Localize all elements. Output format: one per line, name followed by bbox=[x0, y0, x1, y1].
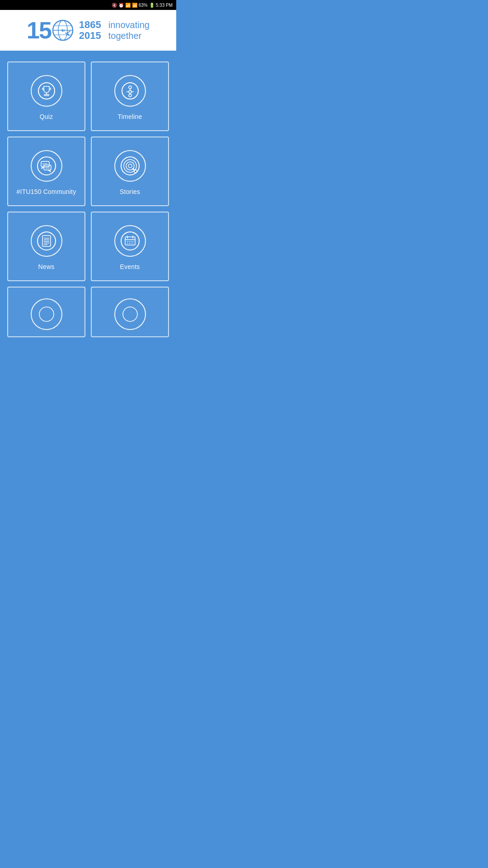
logo: 15 ITU 1865 2015 innovating t bbox=[27, 19, 150, 42]
logo-tagline: innovating together bbox=[108, 19, 150, 41]
quiz-icon bbox=[31, 75, 62, 107]
mute-icon: 🔇 bbox=[112, 3, 117, 8]
svg-point-48 bbox=[132, 243, 133, 244]
battery-label: 63% bbox=[139, 3, 148, 8]
svg-point-49 bbox=[39, 307, 54, 321]
main-content: Quiz Timeline bbox=[0, 51, 176, 344]
quiz-trophy-svg bbox=[38, 82, 56, 100]
alarm-icon: ⏰ bbox=[118, 3, 124, 8]
partial-right-icon bbox=[114, 298, 146, 330]
svg-point-46 bbox=[129, 243, 130, 244]
community-label: #ITU150 Community bbox=[17, 188, 76, 195]
svg-rect-18 bbox=[41, 161, 49, 167]
news-button[interactable]: News bbox=[7, 212, 85, 281]
svg-point-44 bbox=[132, 241, 133, 242]
partial-right-svg bbox=[122, 306, 138, 322]
quiz-button[interactable]: Quiz bbox=[7, 61, 85, 131]
news-label: News bbox=[38, 263, 55, 270]
stories-button[interactable]: Stories bbox=[91, 137, 169, 206]
svg-rect-19 bbox=[44, 165, 51, 170]
time-label: 5:33 PM bbox=[156, 3, 173, 8]
status-bar: 🔇 ⏰ 📶 📶 63% 🔋 5:33 PM bbox=[0, 0, 176, 10]
timeline-icon bbox=[114, 75, 146, 107]
timeline-label: Timeline bbox=[118, 113, 142, 120]
logo-globe-icon: ITU bbox=[52, 19, 74, 41]
svg-point-29 bbox=[38, 232, 56, 250]
partial-left-icon bbox=[31, 298, 62, 330]
events-icon bbox=[114, 225, 146, 257]
news-icon bbox=[31, 225, 62, 257]
svg-point-47 bbox=[131, 243, 131, 244]
stories-icon bbox=[114, 150, 146, 182]
svg-point-27 bbox=[128, 164, 132, 168]
svg-point-42 bbox=[129, 241, 130, 242]
partial-bottom-row bbox=[7, 287, 169, 337]
svg-point-6 bbox=[38, 83, 55, 99]
svg-point-28 bbox=[134, 170, 137, 173]
wifi-icon: 📶 bbox=[125, 3, 131, 8]
svg-point-17 bbox=[38, 157, 56, 175]
menu-grid: Quiz Timeline bbox=[7, 61, 169, 281]
timeline-button[interactable]: Timeline bbox=[91, 61, 169, 131]
events-label: Events bbox=[120, 263, 140, 270]
partial-left-svg bbox=[38, 306, 55, 322]
logo-years: 1865 2015 bbox=[79, 19, 101, 41]
news-svg bbox=[37, 231, 56, 251]
stories-svg bbox=[120, 156, 140, 176]
community-button[interactable]: #ITU150 Community bbox=[7, 137, 85, 206]
community-icon bbox=[31, 150, 62, 182]
svg-point-43 bbox=[131, 241, 131, 242]
svg-point-50 bbox=[123, 307, 137, 321]
partial-item-left[interactable] bbox=[7, 287, 85, 337]
events-button[interactable]: Events bbox=[91, 212, 169, 281]
events-svg bbox=[120, 231, 140, 251]
svg-point-36 bbox=[121, 232, 139, 250]
timeline-svg bbox=[121, 82, 139, 100]
svg-point-12 bbox=[129, 94, 131, 97]
svg-rect-37 bbox=[125, 237, 135, 245]
svg-point-10 bbox=[129, 86, 131, 89]
community-svg bbox=[37, 156, 56, 176]
app-header: 15 ITU 1865 2015 innovating t bbox=[0, 10, 176, 51]
logo-150: 15 ITU bbox=[27, 19, 75, 42]
status-icons: 🔇 ⏰ 📶 📶 63% 🔋 5:33 PM bbox=[112, 3, 173, 8]
partial-item-right[interactable] bbox=[91, 287, 169, 337]
svg-point-11 bbox=[129, 90, 131, 93]
quiz-label: Quiz bbox=[40, 113, 53, 120]
logo-one-five: 15 bbox=[27, 19, 51, 42]
signal-icon: 📶 bbox=[132, 3, 137, 8]
stories-label: Stories bbox=[120, 188, 140, 195]
svg-rect-8 bbox=[44, 94, 49, 96]
svg-point-41 bbox=[127, 241, 128, 242]
svg-point-45 bbox=[127, 243, 128, 244]
